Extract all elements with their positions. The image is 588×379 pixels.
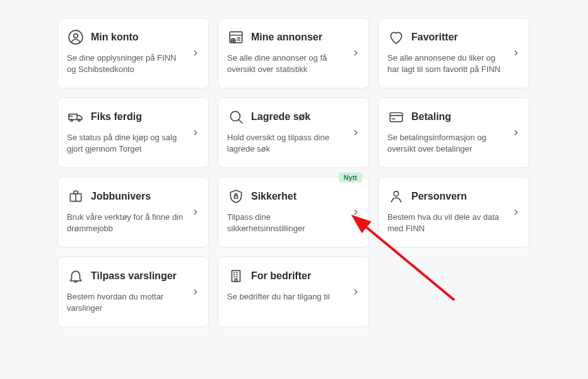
card-title: Min konto (91, 32, 139, 43)
settings-grid: Min konto Se dine opplysninger på FINN o… (57, 18, 531, 327)
card-desc: Tilpass dine sikkerhetsinnstillinger (227, 212, 360, 234)
card-desc: Se betalingsinformasjon og oversikt over… (387, 132, 520, 155)
person-icon (387, 188, 405, 205)
card-saved-searches[interactable]: Lagrede søk Hold oversikt og tilpass din… (218, 97, 369, 168)
svg-point-10 (71, 119, 73, 121)
briefcase-icon (67, 188, 85, 205)
card-privacy[interactable]: Personvern Bestem hva du vil dele av dat… (378, 177, 529, 248)
card-title: Jobbunivers (91, 191, 151, 202)
svg-point-1 (74, 34, 78, 39)
chevron-right-icon (511, 48, 521, 58)
card-ads[interactable]: Mine annonser Se alle dine annonser og f… (218, 18, 369, 88)
chevron-right-icon (351, 207, 361, 217)
bell-icon (67, 267, 85, 285)
ad-list-icon (227, 28, 245, 46)
svg-point-0 (69, 30, 83, 44)
chevron-right-icon (191, 207, 201, 217)
search-icon (227, 108, 245, 126)
svg-rect-22 (232, 270, 240, 281)
card-icon (387, 108, 405, 126)
chevron-right-icon (191, 128, 201, 138)
building-icon (227, 267, 245, 285)
svg-point-21 (394, 191, 399, 196)
card-title: Tilpass varslinger (91, 270, 177, 282)
svg-point-11 (78, 119, 80, 121)
card-notifications[interactable]: Tilpass varslinger Bestem hvordan du mot… (57, 256, 209, 327)
svg-rect-9 (69, 114, 77, 120)
card-desc: Hold oversikt og tilpass dine lagrede sø… (227, 132, 360, 155)
card-security[interactable]: Nytt Sikkerhet Tilpass dine sikkerhetsin… (218, 177, 369, 248)
chevron-right-icon (351, 128, 361, 138)
card-title: Mine annonser (251, 32, 322, 43)
card-payment[interactable]: Betaling Se betalingsinformasjon og over… (378, 97, 529, 168)
card-title: Fiks ferdig (91, 111, 142, 123)
new-badge: Nytt (339, 172, 362, 183)
svg-rect-29 (235, 279, 237, 281)
shield-lock-icon (227, 188, 245, 205)
chevron-right-icon (191, 48, 201, 58)
card-desc: Se alle annonsene du liker og har lagt t… (387, 52, 520, 75)
card-desc: Se status på dine kjøp og salg gjort gje… (67, 132, 199, 155)
card-desc: Bestem hva du vil dele av data med FINN (387, 212, 520, 234)
card-title: For bedrifter (251, 270, 311, 282)
truck-icon (67, 108, 85, 126)
card-title: Personvern (411, 191, 467, 202)
card-favorites[interactable]: Favoritter Se alle annonsene du liker og… (378, 18, 529, 88)
card-desc: Se alle dine annonser og få oversikt ove… (227, 52, 360, 75)
card-desc: Se dine opplysninger på FINN og Schibste… (67, 52, 199, 75)
chevron-right-icon (511, 128, 521, 138)
card-title: Favoritter (411, 32, 458, 43)
chevron-right-icon (511, 207, 521, 217)
svg-line-14 (239, 120, 242, 123)
chevron-right-icon (351, 287, 361, 297)
heart-icon (387, 28, 405, 46)
card-account[interactable]: Min konto Se dine opplysninger på FINN o… (57, 18, 209, 88)
card-title: Betaling (411, 111, 451, 123)
card-desc: Bestem hvordan du mottar varslinger (67, 291, 199, 314)
card-desc: Bruk våre verktøy for å finne din drømme… (67, 212, 199, 234)
svg-point-13 (230, 111, 240, 121)
card-business[interactable]: For bedrifter Se bedrifter du har tilgan… (218, 256, 369, 327)
card-title: Lagrede søk (251, 111, 310, 123)
svg-rect-15 (390, 113, 403, 122)
card-title: Sikkerhet (251, 191, 297, 202)
card-desc: Se bedrifter du har tilgang til (227, 291, 360, 303)
user-circle-icon (67, 28, 85, 46)
chevron-right-icon (351, 48, 361, 58)
card-job-universe[interactable]: Jobbunivers Bruk våre verktøy for å finn… (57, 177, 209, 248)
card-fiks-ferdig[interactable]: Fiks ferdig Se status på dine kjøp og sa… (57, 97, 209, 168)
chevron-right-icon (191, 287, 201, 297)
